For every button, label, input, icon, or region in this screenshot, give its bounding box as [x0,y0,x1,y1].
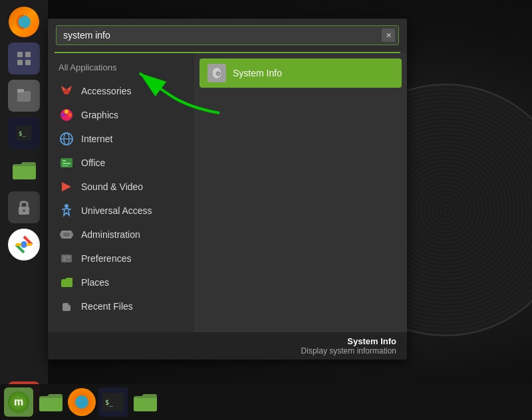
preferences-icon [59,251,74,266]
svg-rect-29 [60,233,62,237]
mint-logo: m [7,390,31,414]
svg-rect-31 [61,255,72,262]
internet-label: Internet [81,134,112,144]
taskbar-apps[interactable] [8,43,40,74]
result-system-info[interactable]: ⚙ System Info [200,58,402,88]
taskbar-terminal[interactable]: $_ [8,117,40,149]
search-input[interactable]: system info [56,25,399,45]
menu-popup: system info ✕ All Applications Accessori… [48,19,407,360]
category-places[interactable]: Places [48,270,194,294]
places-label: Places [81,277,109,288]
svg-rect-1 [17,52,23,57]
svg-rect-33 [63,259,66,261]
recent-files-label: Recent Files [81,301,133,312]
svg-rect-2 [25,52,31,57]
graphics-label: Graphics [81,110,118,120]
category-office[interactable]: Office [48,151,194,175]
taskbar-chrome[interactable] [8,229,40,261]
svg-rect-30 [71,233,73,237]
category-accessories[interactable]: Accessories [48,79,194,103]
svg-rect-32 [63,257,66,258]
category-administration[interactable]: Administration [48,223,194,247]
places-icon [59,274,74,290]
system-info-icon: ⚙ [207,64,226,82]
svg-rect-28 [63,233,70,237]
svg-text:⚙: ⚙ [215,70,221,77]
category-list: All Applications Accessories Graphics In… [48,53,194,332]
category-graphics[interactable]: Graphics [48,103,194,127]
search-bar: system info ✕ [48,19,407,52]
search-wrapper: system info ✕ [56,25,399,45]
left-taskbar: $_ [0,0,48,420]
search-clear-button[interactable]: ✕ [382,29,395,42]
category-recent-files[interactable]: Recent Files [48,294,194,318]
results-panel: ⚙ System Info [194,53,407,332]
category-preferences[interactable]: Preferences [48,247,194,270]
svg-point-17 [65,110,68,114]
bottom-folder1[interactable] [36,387,65,417]
graphics-icon [59,107,74,123]
administration-icon [59,227,74,243]
menu-content: All Applications Accessories Graphics In… [48,53,407,332]
system-info-label: System Info [233,68,282,78]
svg-text:$_: $_ [19,130,26,137]
svg-point-37 [75,395,88,409]
bottom-taskbar: m $_ [0,384,532,420]
svg-rect-34 [67,257,70,258]
menu-footer: System Info Display system information [48,332,407,360]
bottom-files[interactable] [130,387,160,417]
accessories-label: Accessories [81,86,131,96]
taskbar-firefox[interactable] [9,7,39,37]
svg-point-10 [23,209,25,212]
internet-icon [59,131,74,147]
svg-rect-22 [63,160,66,161]
sound-video-label: Sound & Video [81,181,143,192]
taskbar-lock[interactable] [8,191,40,223]
bottom-firefox[interactable] [68,388,96,416]
universal-access-icon [59,203,74,219]
svg-point-26 [65,204,68,208]
svg-point-13 [21,242,27,247]
bottom-mint-button[interactable]: m [4,387,33,417]
footer-app-name: System Info [59,336,396,346]
svg-rect-23 [63,163,70,164]
category-sound-video[interactable]: Sound & Video [48,175,194,199]
svg-point-15 [61,113,65,117]
footer-app-desc: Display system information [59,346,396,356]
svg-text:$_: $_ [105,399,114,407]
svg-rect-24 [63,165,68,166]
administration-label: Administration [81,229,140,240]
category-universal-access[interactable]: Universal Access [48,199,194,223]
office-icon [59,155,74,171]
svg-marker-25 [62,182,71,191]
taskbar-files[interactable] [8,80,40,112]
svg-point-16 [68,113,72,117]
preferences-label: Preferences [81,253,131,264]
all-apps-header[interactable]: All Applications [48,58,194,76]
svg-rect-3 [17,60,23,65]
accessories-icon [59,83,74,99]
sound-video-icon [59,179,74,195]
svg-rect-4 [25,60,31,65]
svg-rect-6 [17,89,24,92]
office-label: Office [81,158,105,168]
svg-rect-5 [17,91,31,102]
taskbar-folder[interactable] [8,154,40,186]
recent-files-icon [59,298,74,314]
category-internet[interactable]: Internet [48,127,194,151]
bottom-terminal[interactable]: $_ [98,387,128,417]
universal-access-label: Universal Access [81,205,152,216]
